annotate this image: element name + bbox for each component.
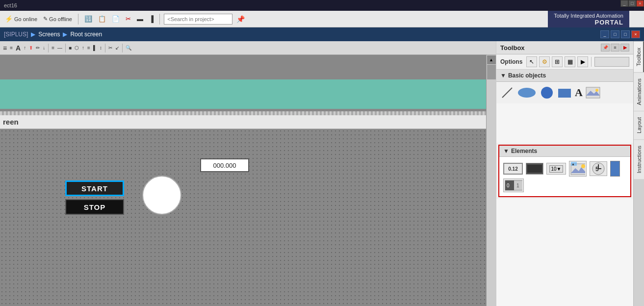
sec-btn-text-a[interactable]: A (15, 44, 22, 52)
elements-chevron: ▼ (503, 148, 509, 154)
bc-close-btn[interactable]: × (631, 30, 640, 38)
elements-header[interactable]: ▼ Elements (499, 146, 630, 157)
io-field-tool[interactable]: 0.12 (503, 163, 523, 175)
table-tool[interactable]: ▦ (565, 56, 575, 67)
selection-tool[interactable]: ⚙ (539, 56, 550, 67)
sec-btn-pen[interactable]: ✏ (35, 45, 41, 51)
hmi-display: 000.000 (200, 158, 249, 172)
rectangle-tool[interactable] (557, 87, 572, 99)
go-online-icon: ⚡ (5, 15, 13, 23)
sec-btn-box[interactable]: ■ (68, 45, 73, 51)
sec-btn-3[interactable]: ↑ (81, 45, 85, 51)
image-element-tool[interactable]: ▲ (569, 161, 587, 177)
ellipse-tool[interactable] (517, 86, 537, 100)
toolbar-btn-3[interactable]: 📄 (110, 14, 122, 24)
icon-4: ▬ (137, 15, 143, 23)
tab-toolbox[interactable]: Toolbox (634, 41, 644, 72)
toolbox-pin-btn[interactable]: 📌 (601, 44, 610, 51)
minimize-btn[interactable]: _ (620, 0, 628, 7)
sec-sep3 (105, 44, 105, 52)
sec-btn-layer[interactable]: ⬡ (74, 45, 80, 51)
hmi-stop-button[interactable]: STOP (65, 199, 124, 215)
bc-min-btn[interactable]: _ (600, 30, 609, 38)
logo-line1: Totally Integrated Automation (554, 13, 623, 19)
window-title: ect16 (0, 2, 642, 8)
toolbar-btn-2[interactable]: 📋 (96, 14, 108, 24)
toolbar-btn-6[interactable]: 📌 (234, 14, 247, 24)
breadcrumb-sep-2: ▶ (63, 31, 67, 38)
breadcrumb-bar: [SIPLUS] ▶ Screens ▶ Root screen _ □ □ × (0, 27, 644, 41)
tab-animations[interactable]: Animations (634, 72, 644, 111)
tab-layout[interactable]: Layout (634, 111, 644, 139)
restore-btn[interactable]: □ (628, 0, 636, 7)
sec-btn-scissor[interactable]: ✂ (107, 45, 113, 51)
scrollbar-v[interactable]: ▲ (486, 55, 496, 306)
top-toolbar: ⚡ Go online ✎ Go offline 🔢 📋 📄 ✂ ▬ ▐ 📌 T… (0, 11, 644, 27)
tab-instructions[interactable]: Instructions (634, 139, 644, 179)
spacer-1 (496, 103, 633, 143)
opt-sep (591, 57, 592, 67)
sec-sep4 (122, 44, 123, 52)
grid-tool[interactable]: ⊞ (552, 56, 563, 67)
more-tool[interactable]: ▶ (577, 56, 588, 67)
canvas-area: ≡ ≡ A ↑ ⬆ ✏ ↓ ≡ — ■ ⬡ ↑ ≡ ▌ ↕ ✂ ↙ 🔍 (0, 41, 496, 306)
cut-icon: ✂ (126, 15, 131, 23)
go-offline-label: Go offline (49, 16, 72, 22)
bc-max-btn[interactable]: □ (621, 30, 630, 38)
dropdown-tool[interactable]: 10▼ (546, 163, 566, 175)
sec-btn-2[interactable]: ≡ (9, 45, 14, 51)
toolbar-btn-4[interactable]: ▬ (135, 14, 145, 24)
close-btn[interactable]: × (636, 0, 644, 7)
toolbox-panel: Toolbox 📌 ≡ ▶ Options ↖ ⚙ ⊞ ▦ ▶ ▼ Basic … (496, 41, 633, 306)
tab-instructions-label: Instructions (636, 146, 642, 173)
image-tool[interactable] (586, 87, 600, 99)
sec-btn-4[interactable]: ≡ (86, 45, 91, 51)
separator-1 (78, 14, 78, 25)
sec-btn-5[interactable]: ↕ (99, 45, 103, 51)
go-online-button[interactable]: ⚡ Go online (3, 14, 39, 24)
options-row: Options ↖ ⚙ ⊞ ▦ ▶ (496, 54, 633, 70)
sec-btn-zoom[interactable]: 🔍 (125, 45, 132, 51)
clock-tool[interactable]: 5 (590, 161, 607, 176)
sec-btn-dash[interactable]: — (56, 45, 63, 51)
sec-sep (48, 44, 49, 52)
icon-2: 📋 (98, 15, 106, 23)
cursor-tool[interactable]: ↖ (526, 56, 537, 67)
toolbar-btn-5[interactable]: ▐ (147, 14, 155, 24)
button-tool[interactable] (526, 163, 543, 175)
sec-sep2 (65, 44, 66, 52)
toolbox-close-btn[interactable]: ▶ (620, 44, 629, 51)
toolbar-btn-1[interactable]: 🔢 (82, 14, 94, 24)
hmi-start-button[interactable]: START (65, 180, 124, 196)
go-offline-icon: ✎ (43, 16, 48, 22)
teal-stripe (0, 79, 486, 109)
sec-btn-1[interactable]: ≡ (2, 44, 8, 52)
basic-objects-content: A (496, 82, 633, 103)
title-bar: ect16 _ □ × (0, 0, 644, 11)
sec-btn-align[interactable]: ≡ (51, 45, 55, 51)
elements-section: ▼ Elements 0.12 10▼ (498, 145, 631, 197)
tab-toolbox-label: Toolbox (636, 48, 642, 66)
breadcrumb-part-3: Root screen (70, 31, 102, 38)
hatch-divider (0, 111, 486, 115)
sec-btn-arrow-up[interactable]: ↑ (23, 45, 27, 51)
bar-tool[interactable] (610, 161, 620, 177)
sec-btn-down[interactable]: ↓ (42, 45, 46, 51)
text-tool[interactable]: A (575, 86, 583, 99)
toolbox-menu-btn[interactable]: ≡ (611, 44, 619, 51)
sec-btn-fill[interactable]: ⬆ (28, 45, 34, 51)
search-input[interactable] (164, 14, 232, 25)
bc-restore-btn[interactable]: □ (611, 30, 619, 38)
sec-btn-6[interactable]: ↙ (114, 45, 120, 51)
basic-objects-header[interactable]: ▼ Basic objects (496, 70, 633, 82)
canvas-content: reen 10 000.000 START STOP (0, 55, 496, 306)
line-tool[interactable] (500, 86, 514, 100)
main-layout: ≡ ≡ A ↑ ⬆ ✏ ↓ ≡ — ■ ⬡ ↑ ≡ ▌ ↕ ✂ ↙ 🔍 (0, 41, 644, 306)
color-swatch (594, 57, 629, 67)
circle-tool[interactable] (540, 86, 554, 100)
dotted-canvas: 000.000 START STOP (0, 129, 486, 306)
sec-btn-bars[interactable]: ▌ (92, 45, 98, 51)
go-offline-button[interactable]: ✎ Go offline (41, 15, 74, 23)
toggle-tool[interactable]: 0 1 (503, 178, 524, 192)
toolbar-btn-cut[interactable]: ✂ (124, 14, 133, 24)
